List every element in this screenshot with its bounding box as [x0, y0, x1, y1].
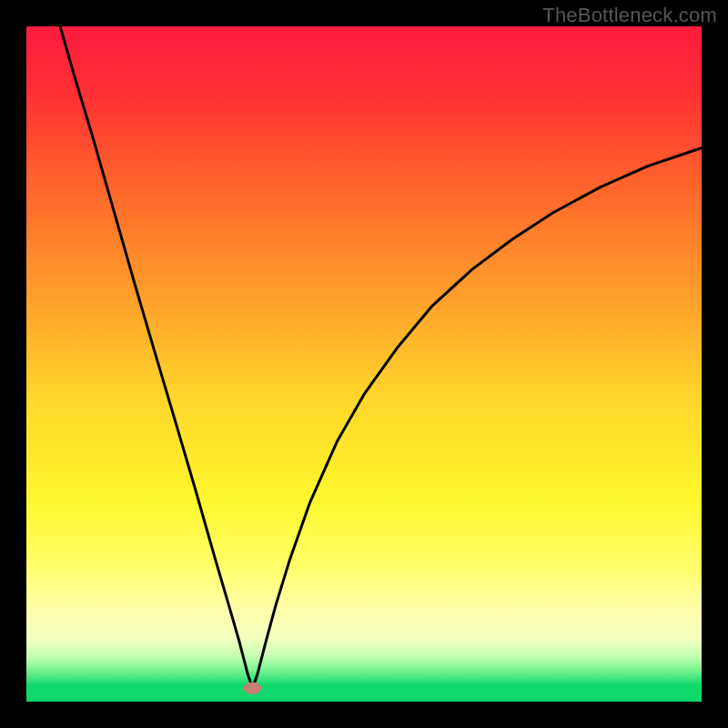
watermark-text: TheBottleneck.com: [542, 4, 717, 27]
gradient-background: [26, 26, 702, 702]
minimum-marker: [244, 682, 261, 693]
chart-frame: TheBottleneck.com: [0, 0, 728, 728]
plot-area: [26, 26, 702, 702]
chart-svg: [26, 26, 702, 702]
